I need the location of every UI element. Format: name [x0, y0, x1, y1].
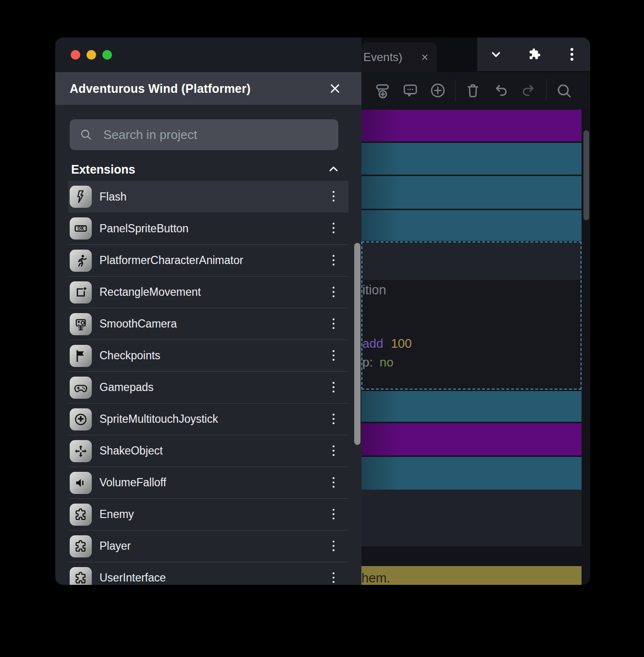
extension-item[interactable]: PlatformerCharacterAnimator — [68, 244, 348, 276]
kebab-menu-icon[interactable] — [324, 190, 343, 204]
ok-button-icon — [70, 217, 92, 240]
chevron-up-icon[interactable] — [324, 163, 343, 176]
extension-label: Player — [99, 540, 324, 553]
event-block[interactable] — [361, 110, 582, 141]
extension-label: PlatformerCharacterAnimator — [99, 254, 324, 267]
chevron-down-icon[interactable] — [489, 47, 503, 62]
search-icon[interactable] — [555, 82, 572, 99]
event-block[interactable] — [361, 391, 582, 422]
drawer-scrollbar[interactable] — [354, 243, 360, 445]
close-x-icon — [328, 81, 342, 96]
rectangle-add-icon — [70, 281, 92, 303]
event-block[interactable] — [361, 143, 582, 175]
extension-item[interactable]: Checkpoints — [68, 340, 348, 371]
events-empty-area[interactable] — [361, 490, 582, 546]
kebab-menu-icon[interactable] — [324, 285, 343, 300]
comment-text-fragment: hem. — [361, 571, 390, 585]
kebab-menu-icon[interactable] — [324, 253, 343, 268]
kebab-menu-icon[interactable] — [324, 444, 343, 458]
kebab-menu-icon[interactable] — [565, 46, 579, 63]
traffic-light-zoom[interactable] — [102, 50, 112, 60]
extensions-list: FlashPanelSpriteButtonPlatformerCharacte… — [68, 181, 348, 585]
event-block[interactable] — [361, 423, 582, 455]
flash-icon — [70, 186, 92, 208]
delete-icon[interactable] — [464, 82, 482, 99]
extension-item[interactable]: PanelSpriteButton — [68, 213, 348, 244]
extension-label: RectangleMovement — [99, 286, 324, 299]
comment-event-block[interactable]: hem. — [361, 566, 582, 585]
joystick-icon — [70, 408, 92, 430]
events-scrollbar[interactable] — [583, 130, 589, 220]
extension-item[interactable]: Player — [68, 530, 348, 562]
extension-item[interactable]: SmoothCamera — [68, 308, 348, 340]
macos-titlebar — [55, 38, 361, 72]
kebab-menu-icon[interactable] — [324, 571, 343, 585]
action-line: p:no — [362, 355, 394, 370]
extension-label: SmoothCamera — [99, 317, 324, 330]
add-comment-icon[interactable] — [401, 82, 419, 99]
extension-label: Checkpoints — [99, 349, 324, 362]
puzzle-icon — [70, 535, 92, 557]
project-manager-panel: Adventurous Wind (Platformer) Extensions — [55, 38, 361, 585]
camera-icon — [70, 313, 92, 335]
tab-events[interactable]: Events) — [361, 42, 437, 72]
kebab-menu-icon[interactable] — [324, 317, 343, 331]
kebab-menu-icon[interactable] — [324, 221, 343, 236]
extension-label: ShakeObject — [99, 444, 324, 457]
event-block[interactable] — [361, 210, 582, 241]
kebab-menu-icon[interactable] — [324, 476, 343, 490]
event-block[interactable] — [361, 176, 582, 209]
tab-close-button[interactable] — [420, 52, 430, 63]
project-manager-header: Adventurous Wind (Platformer) — [55, 72, 361, 105]
extension-label: VolumeFalloff — [99, 476, 324, 489]
screen: Adventurous Wind (Platformer) Extensions — [0, 0, 644, 657]
redo-icon[interactable] — [520, 82, 537, 99]
extensions-puzzle-icon[interactable] — [527, 47, 542, 62]
puzzle-icon — [70, 567, 92, 585]
extensions-section-header[interactable]: Extensions — [68, 158, 348, 181]
extensions-section-label: Extensions — [71, 163, 135, 177]
gdevelop-window: Adventurous Wind (Platformer) Extensions — [55, 38, 590, 585]
add-event-icon[interactable] — [429, 82, 446, 99]
action-number: 100 — [391, 336, 411, 351]
runner-icon — [70, 250, 92, 272]
extension-item[interactable]: VolumeFalloff — [68, 467, 348, 498]
close-x-icon — [420, 52, 430, 63]
close-project-manager-button[interactable] — [328, 81, 342, 96]
action-line: add100 — [362, 336, 412, 351]
extension-item[interactable]: SpriteMultitouchJoystick — [68, 403, 348, 435]
extension-item[interactable]: Enemy — [68, 498, 348, 530]
kebab-menu-icon[interactable] — [324, 412, 343, 427]
tab-label: Events) — [363, 51, 417, 64]
selected-event-block[interactable]: ition add100 p:no — [361, 241, 582, 390]
event-block[interactable] — [361, 457, 582, 490]
action-param-value: no — [380, 355, 394, 369]
kebab-menu-icon[interactable] — [324, 539, 343, 554]
extension-label: SpriteMultitouchJoystick — [99, 413, 324, 426]
kebab-menu-icon[interactable] — [324, 380, 343, 395]
extension-item[interactable]: ShakeObject — [68, 435, 348, 467]
kebab-menu-icon[interactable] — [324, 349, 343, 363]
extension-label: Enemy — [99, 508, 324, 521]
puzzle-icon — [70, 504, 92, 526]
project-title: Adventurous Wind (Platformer) — [70, 82, 250, 96]
search-input[interactable] — [102, 127, 329, 143]
tab-bar: Events) — [361, 38, 590, 72]
toolbar-divider — [455, 79, 456, 101]
events-sheet: ition add100 p:no hem. — [361, 109, 590, 585]
traffic-light-close[interactable] — [71, 50, 80, 60]
search-icon — [79, 128, 102, 141]
traffic-light-minimize[interactable] — [87, 50, 96, 60]
add-sub-event-icon[interactable] — [373, 82, 391, 99]
extension-item[interactable]: UserInterface — [68, 562, 348, 585]
undo-icon[interactable] — [492, 82, 509, 99]
events-editor: Events) — [361, 38, 590, 585]
extension-item[interactable]: Gamepads — [68, 371, 348, 403]
search-row — [70, 119, 338, 150]
extension-item[interactable]: Flash — [68, 181, 348, 213]
search-box[interactable] — [70, 119, 338, 150]
extension-label: UserInterface — [99, 571, 324, 584]
extension-item[interactable]: RectangleMovement — [68, 276, 348, 308]
events-toolbar — [361, 72, 590, 109]
kebab-menu-icon[interactable] — [324, 507, 343, 522]
